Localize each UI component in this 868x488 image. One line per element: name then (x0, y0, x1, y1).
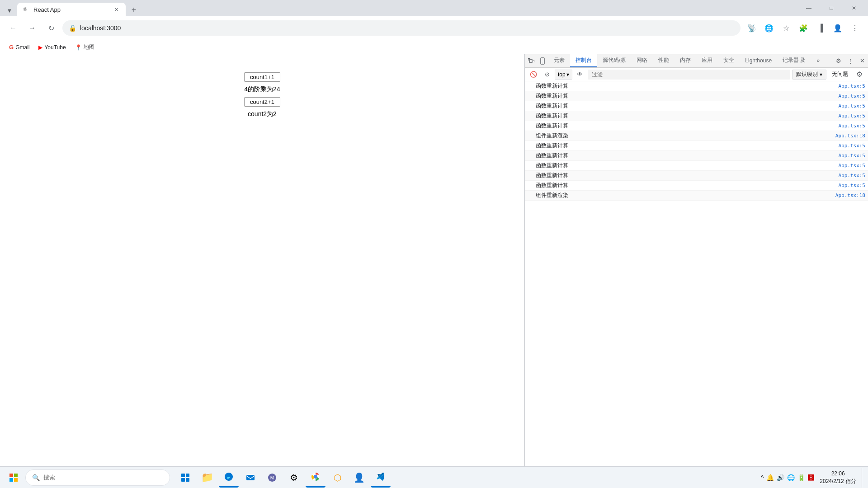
taskbar-task-manager[interactable] (175, 468, 195, 488)
console-entry-text: 函数重新计算 (536, 182, 838, 189)
console-entry-text: 函数重新计算 (536, 112, 838, 120)
context-selector[interactable]: top ▾ (555, 70, 572, 80)
forward-button[interactable]: → (24, 20, 40, 36)
close-button[interactable]: ✕ (844, 1, 864, 15)
svg-rect-6 (14, 478, 18, 482)
taskbar-edge[interactable] (219, 468, 239, 488)
taskbar-chrome[interactable] (306, 468, 326, 488)
tab-close-button[interactable]: ✕ (112, 5, 120, 14)
taskbar-search[interactable]: 🔍 搜索 (25, 469, 170, 486)
console-entry: 函数重新计算 App.tsx:5 (525, 101, 868, 111)
navigation-bar: ← → ↻ 🔒 localhost:3000 📡 🌐 ☆ 🧩 ▐ 👤 ⋮ (0, 16, 868, 40)
console-entry: 组件重新渲染 App.tsx:18 (525, 131, 868, 141)
tab-list-button[interactable]: ▼ (4, 5, 15, 16)
profile-button[interactable]: 👤 (830, 20, 845, 36)
bookmark-button[interactable]: ☆ (778, 20, 794, 36)
factorial-text: 4的阶乘为24 (244, 85, 280, 94)
taskbar-mail[interactable] (241, 468, 260, 488)
console-entry-link[interactable]: App.tsx:5 (838, 103, 865, 109)
tab-memory[interactable]: 内存 (675, 54, 696, 67)
bookmark-gmail[interactable]: G Gmail (5, 42, 33, 52)
taskbar-file-explorer[interactable]: 📁 (197, 468, 217, 488)
tray-battery[interactable]: 🔋 (797, 474, 805, 481)
tray-speaker[interactable]: 🔊 (777, 474, 784, 481)
console-entry: 函数重新计算 App.tsx:5 (525, 91, 868, 101)
console-entry-link[interactable]: App.tsx:5 (838, 153, 865, 159)
console-entry-link[interactable]: App.tsx:5 (838, 163, 865, 169)
count1-button[interactable]: count1+1 (244, 72, 280, 82)
console-filter-input[interactable] (588, 70, 790, 80)
taskbar-copilot[interactable]: M (262, 468, 282, 488)
bookmark-youtube[interactable]: ▶ YouTube (35, 42, 69, 52)
count2-button[interactable]: count2+1 (244, 97, 280, 107)
console-entry-link[interactable]: App.tsx:5 (838, 123, 865, 129)
eye-button[interactable]: 👁 (574, 69, 586, 80)
maximize-button[interactable]: □ (821, 1, 842, 15)
tab-security[interactable]: 安全 (718, 54, 740, 67)
device-toggle-button[interactable] (537, 55, 548, 67)
clear-console-button[interactable]: 🚫 (528, 69, 539, 80)
new-tab-button[interactable]: + (127, 4, 140, 16)
svg-rect-8 (186, 474, 189, 477)
console-entry: 函数重新计算 App.tsx:5 (525, 81, 868, 91)
svg-rect-10 (186, 478, 189, 482)
tab-elements[interactable]: 元素 (548, 54, 570, 67)
cast-button[interactable]: 📡 (744, 20, 760, 36)
tab-recorder[interactable]: 记录器 及 (777, 54, 811, 67)
tab-console[interactable]: 控制台 (570, 54, 597, 67)
console-entry-link[interactable]: App.tsx:5 (838, 183, 865, 188)
reload-button[interactable]: ↻ (43, 20, 59, 36)
tab-application[interactable]: 应用 (696, 54, 718, 67)
menu-button[interactable]: ⋮ (847, 20, 863, 36)
taskbar-app7[interactable]: ⬡ (327, 468, 347, 488)
tab-more[interactable]: » (811, 54, 825, 67)
tab-application-label: 应用 (702, 56, 712, 64)
tray-chevron[interactable]: ^ (761, 474, 764, 481)
bookmark-maps[interactable]: 📍 地图 (71, 42, 98, 53)
console-entry-link[interactable]: App.tsx:5 (838, 143, 865, 149)
extension-button[interactable]: 🧩 (796, 20, 811, 36)
tab-console-label: 控制台 (576, 56, 592, 64)
console-entry-link[interactable]: App.tsx:5 (838, 93, 865, 99)
console-entry-text: 函数重新计算 (536, 172, 838, 179)
console-entry-text: 函数重新计算 (536, 82, 838, 90)
console-entry-link[interactable]: App.tsx:18 (835, 192, 865, 198)
tab-lighthouse[interactable]: Lighthouse (740, 54, 777, 67)
translate-button[interactable]: 🌐 (761, 20, 777, 36)
console-settings-button[interactable]: ⚙ (854, 69, 865, 80)
bookmark-gmail-label: Gmail (15, 44, 29, 51)
active-tab[interactable]: ⚛ React App ✕ (17, 3, 126, 16)
window-controls: — □ ✕ (798, 1, 864, 15)
system-clock[interactable]: 22:06 2024/2/12 佰分 (816, 470, 860, 485)
tray-red[interactable]: 🅱 (808, 474, 814, 481)
console-entry-link[interactable]: App.tsx:5 (838, 83, 865, 89)
taskbar-settings[interactable]: ⚙ (284, 468, 304, 488)
tab-network[interactable]: 网络 (631, 54, 653, 67)
inspect-element-button[interactable] (525, 55, 537, 67)
sidebar-button[interactable]: ▐ (813, 20, 828, 36)
console-entry-link[interactable]: App.tsx:18 (835, 133, 865, 139)
show-desktop-button[interactable] (862, 468, 864, 488)
gmail-icon: G (9, 44, 14, 51)
log-level-button[interactable]: 默认级别 ▾ (792, 70, 826, 80)
console-entry-link[interactable]: App.tsx:5 (838, 173, 865, 178)
tab-favicon: ⚛ (23, 6, 30, 13)
devtools-settings-button[interactable]: ⚙ (833, 55, 844, 67)
url-text: localhost:3000 (80, 24, 734, 32)
start-button[interactable] (4, 468, 24, 488)
back-button[interactable]: ← (5, 20, 21, 36)
address-bar[interactable]: 🔒 localhost:3000 (62, 20, 741, 36)
console-entry-link[interactable]: App.tsx:5 (838, 113, 865, 119)
console-entry: 函数重新计算 App.tsx:5 (525, 141, 868, 151)
console-entry: 函数重新计算 App.tsx:5 (525, 121, 868, 131)
tray-notification[interactable]: 🔔 (766, 474, 774, 481)
devtools-close-button[interactable]: ✕ (856, 55, 868, 67)
tab-sources[interactable]: 源代码/源 (597, 54, 631, 67)
tab-performance[interactable]: 性能 (653, 54, 675, 67)
minimize-button[interactable]: — (798, 1, 819, 15)
taskbar-vscode[interactable] (371, 468, 391, 488)
taskbar-user[interactable]: 👤 (349, 468, 369, 488)
tray-network[interactable]: 🌐 (787, 474, 795, 481)
devtools-more-button[interactable]: ⋮ (844, 55, 856, 67)
console-entry: 函数重新计算 App.tsx:5 (525, 151, 868, 161)
